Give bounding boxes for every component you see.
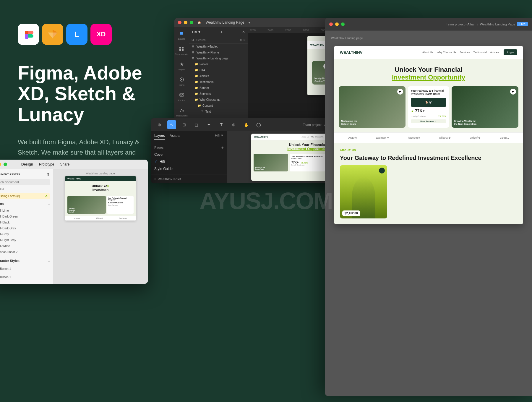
color-white[interactable]: Fill-White [0,243,50,249]
sk-cards: Your PatFinancialStarts H Your Pathway t… [65,195,136,216]
color-linear[interactable]: Linear-Linear 2 [0,249,50,255]
tool-hand[interactable]: ✋ [242,120,251,129]
tool-select[interactable]: ⊕ [155,120,164,129]
grid-icon-2: ⊞ [192,51,195,54]
layer-item-articles[interactable]: 📁 Articles [189,73,248,79]
layer-item-phone[interactable]: ⊞ WealthInv Phone [189,49,248,55]
layer-item-footer[interactable]: 📁 Footer [189,61,248,67]
layer-item-cta[interactable]: 📁 CTA [189,67,248,73]
tab-layers[interactable]: Layers [154,134,165,140]
layer-entry-tablet[interactable]: ≡ WealthInvTablet [151,176,227,182]
styles-icon [179,61,185,67]
page-styleguide[interactable]: Style Guide [151,165,227,172]
tool-pointer[interactable]: ↖ [167,120,176,129]
tl-yellow[interactable] [184,21,187,24]
add-char-style-btn[interactable]: + [48,259,50,263]
tl-green[interactable] [190,21,193,24]
card-center-title: Your Pathway to Financial Prosperity Sta… [411,89,446,96]
filter-layers-btn[interactable]: ⊞ ✕ [240,38,246,42]
layer-item-banner[interactable]: 📁 Banner [189,85,248,91]
sidebar-layers[interactable]: Layers [178,30,185,40]
assets-label: ◂ DOCUMENT ASSETS [0,173,20,176]
figma-left-panel: Layers Assets Hifi ▼ Pages + Cover ✓ Hif… [151,131,228,183]
stat-arrow-up: ▲ [411,109,414,113]
tool-rect[interactable]: ◻ [192,120,201,129]
layer-item-tablet[interactable]: ⊞ WealthInvTablet [189,43,248,49]
main-heading: Figma, Adobe XD, Sketch & Lunacy [18,63,154,125]
lp-main-login[interactable]: Login [504,49,517,55]
lp-main-nav-items: About Us Why Choose Us Services Testimon… [422,51,499,54]
color-light-gray[interactable]: Fill-Light Gray [0,237,50,243]
play-btn-right[interactable]: ▶ [510,89,516,95]
folder-icon-3: 📁 [194,74,198,78]
layer-item-content[interactable]: 📁 Content [189,103,248,108]
view-toggle-icon[interactable]: ⊞ ⊟ [0,187,4,190]
more-reviews-btn[interactable]: More Reviews → [411,119,446,123]
lp-card-center: Your Pathway to Financial Prosperity Sta… [408,86,449,128]
color-dark-gray[interactable]: Fill-Dark Gray [0,225,50,231]
colors-section-title: ▾ Colors + [0,201,50,206]
fw-tl-red[interactable] [329,22,333,26]
window-title: WealthInv Landing Page [206,20,244,25]
sketch-tab-design[interactable]: Design [21,162,33,166]
lp-main-nav: WEALTHINV About Us Why Choose Us Service… [334,46,523,59]
tl-red[interactable] [178,21,181,24]
close-layers-btn[interactable]: ✕ [242,30,245,34]
char-style-button1-2[interactable]: Ag Button 1 [0,273,50,281]
page-hifi[interactable]: ✓ Hifi [151,158,227,165]
layer-item-landing[interactable]: ⊞ WealthInv Landing page [189,55,248,61]
sidebar-photos[interactable]: Photos [178,92,185,102]
tool-comment[interactable]: ◯ [254,120,263,129]
layer-item-testimonial[interactable]: 📁 Testimonial [189,79,248,85]
sidebar-illustrations[interactable]: Illustrations [176,107,187,117]
layer-item-text[interactable]: T Text [189,108,248,114]
sk-stat: Lovely Custo [108,201,132,204]
sketch-tab-share[interactable]: Share [60,162,69,166]
add-layer-btn[interactable]: + [220,30,223,34]
add-color-btn[interactable]: + [48,202,50,206]
layers-panel-header: Hifi ▼ + ✕ [189,27,248,37]
figma-window-right: Team project - Alfian / WealthInv Landin… [325,18,532,396]
sidebar-components[interactable]: Components [175,46,188,56]
layer-entry-phone[interactable]: ≡ WealthInv Phone [151,182,227,183]
sidebar-icons-item[interactable]: Icons [179,76,185,86]
sidebar-styles[interactable]: Styles [179,61,185,71]
sketch-search-input[interactable] [0,179,50,185]
color-dark-green[interactable]: Fill-Dark Green [0,213,50,219]
tool-text[interactable]: T [217,120,226,129]
color-black[interactable]: Fill-Black [0,219,50,225]
lp-main-cards: ▶ Navigating theGolden Years Your Pathwa… [334,86,523,132]
sk-tl-green[interactable] [4,163,7,166]
colors-section: ▾ Colors + Fill-Lime Fill-Dark Green Fil… [0,201,50,255]
color-gray[interactable]: Fill-Gray [0,231,50,237]
sketch-page-label: WealthInv Landing page [65,172,136,175]
fw-tl-green[interactable] [341,22,345,26]
sk-tl-yellow[interactable] [0,163,1,166]
sketch-tab-prototype[interactable]: Prototype [39,162,54,166]
tool-scale[interactable]: ⊕ [229,120,238,129]
page-cover[interactable]: Cover [151,151,227,158]
tab-assets[interactable]: Assets [170,134,180,140]
tool-pen[interactable]: ✦ [205,120,213,129]
hifi-select[interactable]: Hifi ▼ [215,134,224,140]
layer-item-whychoose[interactable]: 📁 Why Choose us [189,97,248,103]
add-page-btn[interactable]: + [221,145,224,150]
play-button[interactable]: ▶ [397,89,403,95]
sketch-left-panel: ◂ DOCUMENT ASSETS ⬆ ▼ ≡ ⊞ ⊟ ⚠ Missing Fo… [0,169,53,284]
char-style-button1[interactable]: Ag Button 1 [0,265,50,273]
lp-card-left: ▶ Navigating theGolden Years [339,86,406,128]
hifi-label: Hifi [160,160,165,164]
tool-frame[interactable]: ⊞ [180,120,189,129]
color-lime[interactable]: Fill-Lime [0,208,50,213]
fw-page-label: WealthInv Landing page [331,37,363,40]
export-btn[interactable]: ⬆ [46,172,50,177]
layer-item-services[interactable]: 📁 Services [189,91,248,97]
about-dot [379,168,385,174]
lp-about: ABOUT US Your Gateway to Redefined Inves… [334,143,523,224]
brand-facebook: facebook [408,136,420,139]
card-right-label: Growing Wealth forthe Next Generation [454,120,476,126]
folder-icon-6: 📁 [194,92,198,95]
fw-tl-yellow[interactable] [335,22,339,26]
layers-search-input[interactable] [196,38,235,42]
hifi-dropdown[interactable]: Hifi ▼ [192,30,201,34]
